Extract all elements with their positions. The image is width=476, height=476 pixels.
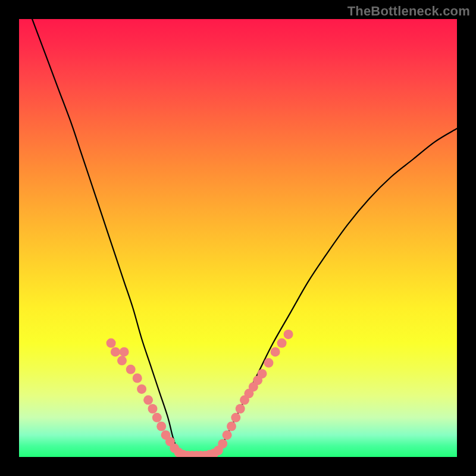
- left-dot-cluster-dot: [143, 395, 153, 405]
- left-dot-cluster-dot: [120, 347, 129, 356]
- watermark-text: TheBottleneck.com: [347, 4, 470, 19]
- right-dot-cluster-dot: [271, 347, 280, 356]
- right-dot-cluster-dot: [231, 413, 240, 422]
- right-dot-cluster-dot: [218, 439, 227, 449]
- left-dot-cluster-dot: [111, 347, 120, 356]
- right-dot-cluster-dot: [264, 358, 274, 368]
- right-dot-cluster-dot: [227, 422, 236, 431]
- marker-layer: [107, 330, 293, 457]
- left-dot-cluster-dot: [126, 365, 136, 374]
- right-dot-cluster-dot: [223, 430, 232, 440]
- right-dot-cluster-dot: [284, 330, 293, 339]
- left-dot-cluster-dot: [107, 339, 116, 348]
- left-dot-cluster-dot: [156, 422, 166, 431]
- left-dot-cluster-dot: [137, 384, 146, 394]
- chart-svg: [19, 19, 457, 457]
- plot-area: [19, 19, 457, 457]
- left-dot-cluster-dot: [133, 374, 142, 383]
- right-dot-cluster-dot: [236, 404, 245, 414]
- chart-frame: TheBottleneck.com: [0, 0, 476, 476]
- bottleneck-curve: [32, 19, 457, 457]
- left-dot-cluster-dot: [117, 356, 127, 365]
- curve-layer: [32, 19, 457, 457]
- left-dot-cluster-dot: [152, 413, 162, 422]
- right-dot-cluster-dot: [277, 339, 287, 348]
- left-dot-cluster-dot: [148, 404, 158, 414]
- right-dot-cluster-dot: [258, 369, 267, 378]
